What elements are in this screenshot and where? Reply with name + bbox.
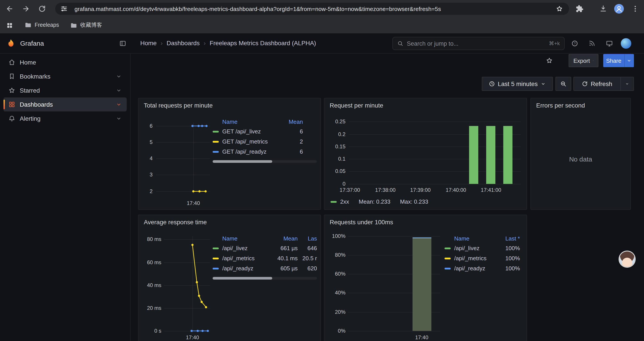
search-icon: [397, 40, 403, 47]
breadcrumb-home[interactable]: Home: [140, 40, 157, 47]
legend-row[interactable]: /api/_metrics 100%: [444, 253, 520, 263]
series-color-dash: [212, 247, 219, 249]
back-icon[interactable]: [6, 5, 14, 13]
chevron-down-icon: [116, 87, 122, 94]
legend-row[interactable]: GET /api/_metrics 2: [212, 137, 317, 147]
forward-icon[interactable]: [22, 5, 30, 13]
panel-errors-per-second[interactable]: Errors per second No data: [530, 98, 631, 210]
series-name[interactable]: /api/_metrics: [454, 255, 498, 261]
help-icon[interactable]: ?: [571, 40, 578, 47]
y-tick: 0: [328, 181, 346, 187]
breadcrumb-separator: ›: [204, 40, 206, 47]
y-tick: 40%: [328, 290, 346, 296]
refresh-button[interactable]: Refresh: [574, 77, 621, 91]
legend-scrollbar[interactable]: [212, 160, 317, 163]
refresh-interval-button[interactable]: [621, 77, 634, 91]
browser-menu-icon[interactable]: [631, 5, 639, 13]
person-icon: [614, 4, 624, 14]
share-label: Share: [606, 57, 621, 64]
bookmark-label: Freeleaps: [35, 22, 59, 28]
bar-2xx: [503, 126, 512, 184]
legend-row[interactable]: /api/_readyz 605 µs 620: [212, 263, 317, 273]
zoom-out-icon: [560, 80, 566, 87]
clock-icon: [489, 81, 495, 87]
sidebar-item-bookmarks[interactable]: Bookmarks: [4, 69, 127, 83]
legend-row[interactable]: GET /api/_livez 6: [212, 126, 317, 137]
legend-col-mean[interactable]: Mean: [271, 235, 298, 242]
export-label: Export: [574, 57, 590, 64]
search-box[interactable]: ⌘+k: [392, 37, 565, 50]
news-rss-icon[interactable]: [588, 40, 595, 47]
panel-total-requests[interactable]: Total requests per minute 6 5 4 3 2 17:4…: [138, 98, 321, 210]
panel-request-per-minute[interactable]: Request per minute 0.25 0.2 0.15 0.1 0.0…: [324, 98, 527, 210]
favorite-star-icon[interactable]: [546, 57, 553, 64]
series-mean: 6: [287, 148, 303, 155]
assistant-avatar-bubble[interactable]: [620, 251, 635, 267]
panel-avg-response-time[interactable]: Average response time 80 ms 60 ms 40 ms …: [138, 215, 321, 341]
export-button[interactable]: Export: [568, 54, 598, 67]
x-tick: 17:38:00: [370, 187, 401, 193]
zoom-out-button[interactable]: [556, 77, 571, 91]
site-settings-icon[interactable]: [60, 5, 68, 12]
series-name[interactable]: GET /api/_livez: [222, 128, 287, 135]
scrollbar-thumb[interactable]: [212, 277, 272, 279]
bookmark-label: 收藏博客: [80, 22, 102, 29]
search-input[interactable]: [407, 40, 545, 47]
y-tick: 0.05: [328, 168, 346, 174]
collapse-menu-icon[interactable]: [119, 40, 126, 47]
legend-col-name[interactable]: Name: [454, 235, 498, 242]
y-tick: 0%: [328, 328, 346, 334]
refresh-icon: [582, 81, 588, 87]
series-name[interactable]: /api/_metrics: [222, 255, 268, 261]
url-bar[interactable]: grafana.mathmast.com/d/deytv4rwavabkb/fr…: [55, 3, 569, 15]
scrollbar-thumb[interactable]: [212, 160, 272, 163]
profile-icon[interactable]: [614, 4, 624, 14]
legend-scrollbar[interactable]: [212, 277, 317, 279]
series-name[interactable]: 2xx: [340, 198, 349, 205]
series-name[interactable]: /api/_livez: [454, 245, 498, 251]
legend-row[interactable]: /api/_metrics 40.1 ms 20.5 r: [212, 253, 317, 263]
panel-requests-under-100ms[interactable]: Requests under 100ms 100% 80% 60% 40% 20…: [324, 215, 527, 341]
time-range-picker[interactable]: Last 5 minutes: [482, 77, 553, 91]
legend-row[interactable]: /api/_livez 100%: [444, 243, 520, 253]
series-last: 20.5 r: [298, 255, 317, 261]
monitor-icon[interactable]: [606, 40, 613, 47]
grafana-header: Grafana Home › Dashboards › Freeleaps Me…: [0, 33, 644, 54]
apps-grid-icon[interactable]: [6, 22, 13, 29]
breadcrumb-dashboards[interactable]: Dashboards: [166, 40, 200, 47]
brand-title: Grafana: [20, 40, 44, 47]
downloads-icon[interactable]: [599, 5, 607, 13]
sidebar-item-starred[interactable]: Starred: [4, 83, 127, 97]
legend-row[interactable]: /api/_readyz 100%: [444, 263, 520, 273]
grafana-logo: [6, 39, 16, 48]
bookmark-item-freeleaps[interactable]: Freeleaps: [24, 22, 59, 29]
legend-col-mean[interactable]: Mean: [287, 118, 303, 125]
bookmark-star-icon[interactable]: [556, 5, 563, 12]
url-text[interactable]: grafana.mathmast.com/d/deytv4rwavabkb/fr…: [74, 6, 441, 12]
series-mean: Mean: 0.233: [358, 198, 390, 205]
legend-col-last[interactable]: Last *: [498, 235, 520, 242]
sidebar-item-dashboards[interactable]: Dashboards: [4, 97, 127, 112]
reload-icon[interactable]: [38, 5, 46, 13]
sidebar-item-home[interactable]: Home: [4, 55, 127, 69]
sidebar-item-alerting[interactable]: Alerting: [4, 112, 127, 126]
home-icon: [8, 59, 15, 66]
series-name[interactable]: /api/_readyz: [222, 265, 268, 272]
series-name[interactable]: GET /api/_metrics: [222, 138, 287, 145]
series-name[interactable]: /api/_readyz: [454, 265, 498, 272]
series-name[interactable]: GET /api/_readyz: [222, 148, 287, 155]
series-name[interactable]: /api/_livez: [222, 245, 268, 251]
legend-col-name[interactable]: Name: [222, 235, 268, 242]
y-tick: 0 s: [142, 328, 161, 334]
share-menu-button[interactable]: [624, 54, 634, 67]
time-range-label: Last 5 minutes: [498, 80, 538, 87]
bookmark-item-blogs[interactable]: 收藏博客: [70, 22, 102, 29]
share-button[interactable]: Share: [603, 54, 624, 67]
legend-col-name[interactable]: Name: [222, 118, 287, 125]
y-tick: 5: [142, 139, 152, 145]
extensions-icon[interactable]: [576, 5, 584, 13]
legend-row[interactable]: /api/_livez 661 µs 646: [212, 243, 317, 253]
legend-row[interactable]: GET /api/_readyz 6: [212, 147, 317, 157]
legend-col-last[interactable]: Las: [298, 235, 317, 242]
user-avatar[interactable]: [621, 38, 631, 49]
